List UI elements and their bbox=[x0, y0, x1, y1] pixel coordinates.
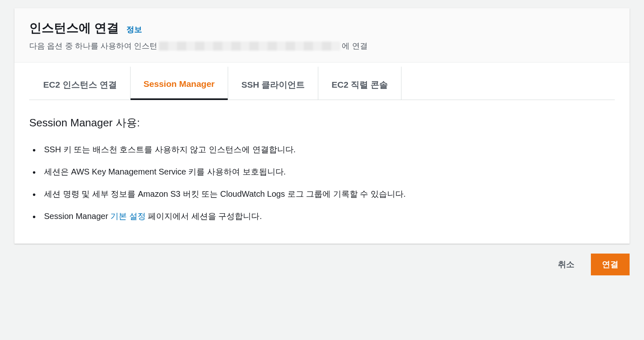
list-item: Session Manager 기본 설정 페이지에서 세션을 구성합니다. bbox=[29, 205, 615, 227]
list-item: 세션 명령 및 세부 정보를 Amazon S3 버킷 또는 CloudWatc… bbox=[29, 183, 615, 205]
actions-bar: 취소 연결 bbox=[0, 244, 644, 275]
panel-body: EC2 인스턴스 연결 Session Manager SSH 클라이언트 EC… bbox=[14, 67, 630, 244]
panel-header: 인스턴스에 연결 정보 다음 옵션 중 하나를 사용하여 인스턴 에 연결 bbox=[14, 8, 630, 63]
title-row: 인스턴스에 연결 정보 bbox=[29, 20, 615, 37]
preferences-link[interactable]: 기본 설정 bbox=[110, 212, 146, 221]
connect-instance-panel: 인스턴스에 연결 정보 다음 옵션 중 하나를 사용하여 인스턴 에 연결 EC… bbox=[14, 8, 630, 244]
subtitle-prefix: 다음 옵션 중 하나를 사용하여 인스턴 bbox=[29, 41, 157, 51]
tabs: EC2 인스턴스 연결 Session Manager SSH 클라이언트 EC… bbox=[29, 67, 615, 100]
connect-button[interactable]: 연결 bbox=[591, 254, 630, 275]
list-item-text: 세션 명령 및 세부 정보를 Amazon S3 버킷 또는 CloudWatc… bbox=[44, 189, 406, 198]
tab-session-manager[interactable]: Session Manager bbox=[131, 67, 229, 100]
list-item: 세션은 AWS Key Management Service 키를 사용하여 보… bbox=[29, 161, 615, 183]
list-item: SSH 키 또는 배스천 호스트를 사용하지 않고 인스턴스에 연결합니다. bbox=[29, 138, 615, 161]
page-title: 인스턴스에 연결 bbox=[29, 20, 119, 37]
list-item-text: 세션은 AWS Key Management Service 키를 사용하여 보… bbox=[44, 167, 286, 176]
tab-ssh-client[interactable]: SSH 클라이언트 bbox=[228, 67, 318, 100]
subtitle-row: 다음 옵션 중 하나를 사용하여 인스턴 에 연결 bbox=[29, 41, 615, 51]
list-item-prefix: Session Manager bbox=[44, 212, 110, 221]
list-item-suffix: 페이지에서 세션을 구성합니다. bbox=[146, 212, 262, 221]
bullet-list: SSH 키 또는 배스천 호스트를 사용하지 않고 인스턴스에 연결합니다. 세… bbox=[29, 138, 615, 227]
tab-ec2-serial-console[interactable]: EC2 직렬 콘솔 bbox=[318, 67, 401, 100]
content-heading: Session Manager 사용: bbox=[29, 116, 615, 130]
subtitle-suffix: 에 연결 bbox=[342, 41, 367, 51]
cancel-button[interactable]: 취소 bbox=[547, 254, 585, 275]
list-item-text: SSH 키 또는 배스천 호스트를 사용하지 않고 인스턴스에 연결합니다. bbox=[44, 145, 296, 154]
info-link[interactable]: 정보 bbox=[126, 24, 142, 35]
tab-ec2-instance-connect[interactable]: EC2 인스턴스 연결 bbox=[29, 67, 131, 100]
redacted-instance-id bbox=[159, 42, 340, 51]
